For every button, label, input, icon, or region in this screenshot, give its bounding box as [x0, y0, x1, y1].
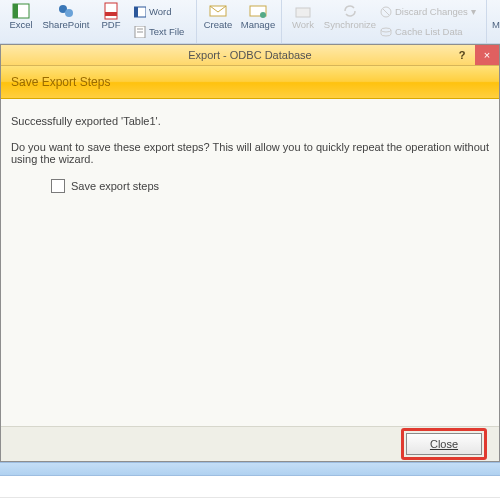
manage-icon: [249, 2, 267, 20]
svg-point-17: [381, 28, 391, 32]
save-steps-checkbox[interactable]: [51, 179, 65, 193]
word-label: Word: [149, 7, 172, 17]
dialog-subtitle-bar: Save Export Steps: [1, 66, 499, 99]
textfile-button[interactable]: Text File: [132, 22, 192, 41]
work-button: Work: [284, 0, 322, 43]
text-icon: [134, 26, 146, 38]
excel-button[interactable]: Excel: [2, 0, 40, 43]
create-label: Create: [204, 20, 233, 30]
dialog-subtitle: Save Export Steps: [11, 75, 110, 89]
svg-rect-7: [134, 7, 138, 17]
word-icon: [134, 6, 146, 18]
textfile-label: Text File: [149, 27, 184, 37]
close-button-highlight: Close: [401, 428, 487, 460]
work-label: Work: [292, 20, 314, 30]
ribbon-group-sharepoint: Work Synchronize Discard Changes ▾ Cache…: [284, 0, 487, 43]
dialog-footer: Close: [1, 426, 499, 461]
cache-label: Cache List Data: [395, 27, 463, 37]
svg-point-3: [65, 9, 73, 17]
pdf-label: PDF: [102, 20, 121, 30]
work-icon: [294, 2, 312, 20]
dialog-close-x[interactable]: ×: [475, 45, 499, 65]
word-button[interactable]: Word: [132, 2, 192, 21]
pdf-button[interactable]: PDF: [92, 0, 130, 43]
ribbon-group-email: Create Manage: [199, 0, 282, 43]
discard-icon: [380, 6, 392, 18]
export-dialog: Export - ODBC Database ? × Save Export S…: [0, 44, 500, 462]
save-prompt-message: Do you want to save these export steps? …: [11, 141, 489, 165]
sync-label: Synchronize: [324, 20, 376, 30]
datasheet-header-strip: [0, 462, 500, 476]
cache-button: Cache List Data: [378, 22, 482, 41]
moveto-button[interactable]: Move to: [489, 0, 500, 43]
dialog-title: Export - ODBC Database: [188, 49, 312, 61]
excel-label: Excel: [9, 20, 32, 30]
svg-rect-4: [105, 3, 117, 19]
save-steps-row: Save export steps: [51, 179, 489, 193]
ribbon-col-discard-cache: Discard Changes ▾ Cache List Data: [378, 0, 482, 43]
sync-icon: [341, 2, 359, 20]
dialog-body: Successfully exported 'Table1'. Do you w…: [1, 99, 499, 461]
sharepoint-label: SharePoint: [42, 20, 89, 30]
ribbon-group-export: Excel SharePoint PDF Word Text File: [2, 0, 197, 43]
envelope-icon: [209, 2, 227, 20]
discard-button: Discard Changes ▾: [378, 2, 482, 21]
ribbon: Excel SharePoint PDF Word Text File Crea…: [0, 0, 500, 44]
excel-icon: [12, 2, 30, 20]
svg-rect-5: [105, 12, 117, 16]
svg-rect-14: [296, 8, 310, 17]
close-button[interactable]: Close: [406, 433, 482, 455]
save-steps-label: Save export steps: [71, 180, 159, 192]
help-button[interactable]: ?: [451, 45, 473, 65]
sync-button: Synchronize: [324, 0, 376, 43]
svg-line-16: [383, 9, 389, 15]
discard-label: Discard Changes ▾: [395, 7, 476, 17]
moveto-label: Move to: [492, 20, 500, 30]
sharepoint-button[interactable]: SharePoint: [42, 0, 90, 43]
ribbon-col-word-text: Word Text File: [132, 0, 192, 43]
svg-rect-1: [13, 4, 18, 18]
sharepoint-icon: [57, 2, 75, 20]
close-button-label: Close: [430, 438, 458, 450]
success-message: Successfully exported 'Table1'.: [11, 115, 489, 127]
ribbon-group-move: Move to: [489, 0, 500, 43]
manage-label: Manage: [241, 20, 275, 30]
datasheet-grid[interactable]: [0, 476, 500, 500]
pdf-icon: [102, 2, 120, 20]
create-email-button[interactable]: Create: [199, 0, 237, 43]
svg-point-13: [260, 12, 266, 18]
dialog-titlebar: Export - ODBC Database ? ×: [1, 45, 499, 66]
cache-icon: [380, 26, 392, 38]
manage-button[interactable]: Manage: [239, 0, 277, 43]
